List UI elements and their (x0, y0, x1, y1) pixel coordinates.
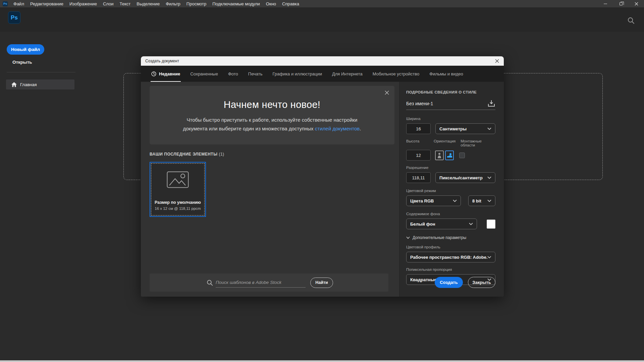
artboards-checkbox[interactable] (459, 153, 465, 158)
height-input[interactable] (406, 150, 431, 161)
resolution-units-dropdown[interactable]: Пикселы/сантиметр (435, 172, 495, 183)
artboards-label: Монтажные области (461, 139, 495, 147)
image-placeholder-icon (167, 171, 189, 188)
tab-web[interactable]: Для Интернета (327, 66, 368, 82)
hero-desc-suffix: . (360, 126, 361, 131)
units-dropdown[interactable]: Сантиметры (435, 123, 495, 134)
dialog-titlebar: Создать документ (141, 56, 504, 66)
search-icon[interactable] (627, 17, 635, 24)
sidebar-home-label: Главная (20, 82, 37, 87)
width-input[interactable] (406, 123, 431, 134)
orientation-portrait-button[interactable] (435, 150, 444, 160)
background-dropdown[interactable]: Белый фон (406, 219, 477, 229)
close-icon (495, 59, 499, 63)
color-mode-label: Цветовой режим (406, 189, 495, 193)
restore-button[interactable] (613, 0, 629, 7)
recent-template-card[interactable]: Размер по умолчанию 16 x 12 см @ 118,11 … (150, 162, 206, 217)
hero-panel: Начнем нечто новое! Чтобы быстро приступ… (150, 86, 394, 144)
chevron-down-icon (406, 236, 410, 239)
menu-filter[interactable]: Фильтр (163, 0, 183, 7)
background-label: Содержимое фона (406, 212, 495, 216)
window-controls (598, 0, 644, 7)
menu-help[interactable]: Справка (279, 0, 302, 7)
dialog-main: Начнем нечто новое! Чтобы быстро приступ… (141, 82, 399, 297)
tab-label: Мобильное устройство (373, 71, 420, 76)
restore-icon (620, 2, 623, 5)
new-document-dialog: Создать документ Недавние Сохраненные Фо… (141, 56, 504, 297)
pixel-aspect-label: Попиксельная пропорция (406, 267, 495, 272)
units-value: Сантиметры (439, 126, 467, 131)
tab-print[interactable]: Печать (243, 66, 268, 82)
close-icon[interactable] (385, 90, 389, 95)
menu-edit[interactable]: Редактирование (27, 0, 66, 7)
background-color-swatch[interactable] (487, 220, 495, 229)
height-label: Высота (406, 139, 434, 147)
document-name-row (406, 100, 495, 110)
resolution-units-value: Пикселы/сантиметр (439, 175, 483, 180)
menu-plugins[interactable]: Подключаемые модули (209, 0, 263, 7)
tab-art-illustration[interactable]: Графика и иллюстрации (267, 66, 327, 82)
bit-depth-dropdown[interactable]: 8 bit (468, 195, 495, 206)
color-profile-label: Цветовой профиль (406, 245, 495, 249)
hero-desc-line1: Чтобы быстро приступить к работе, исполь… (187, 117, 358, 123)
tab-photo[interactable]: Фото (223, 66, 243, 82)
app-header: Ps (0, 7, 644, 32)
document-name-input[interactable] (406, 101, 487, 106)
resolution-input[interactable] (406, 172, 431, 183)
background-value: Белый фон (410, 222, 435, 227)
color-mode-dropdown[interactable]: Цвета RGB (406, 195, 461, 206)
find-button[interactable]: Найти (310, 278, 333, 288)
color-profile-dropdown[interactable]: Рабочее пространство RGB: Adobe... (406, 252, 495, 262)
advanced-options-toggle[interactable]: Дополнительные параметры (406, 235, 495, 240)
tab-recent[interactable]: Недавние (146, 66, 185, 82)
orientation-landscape-button[interactable] (445, 150, 454, 160)
menu-image[interactable]: Изображение (66, 0, 100, 7)
close-window-button[interactable] (629, 0, 644, 7)
recent-items-heading: ВАШИ ПОСЛЕДНИЕ ЭЛЕМЕНТЫ(1) (150, 152, 399, 157)
close-icon (635, 2, 638, 6)
horizontal-scrollbar[interactable] (0, 360, 644, 362)
stock-search-bar: Найти (150, 274, 388, 292)
create-button[interactable]: Создать (435, 277, 463, 288)
hero-description: Чтобы быстро приступить к работе, исполь… (150, 116, 394, 133)
menu-select[interactable]: Выделение (133, 0, 163, 7)
close-button[interactable]: Закрыть (468, 277, 495, 288)
menu-window[interactable]: Окно (263, 0, 279, 7)
card-title: Размер по умолчанию (150, 200, 205, 205)
width-label: Ширина (406, 117, 495, 121)
color-profile-value: Рабочее пространство RGB: Adobe... (410, 255, 487, 260)
sidebar-divider (7, 72, 75, 72)
minimize-button[interactable] (598, 0, 613, 7)
tab-saved[interactable]: Сохраненные (185, 66, 223, 82)
hero-title: Начнем нечто новое! (150, 86, 394, 110)
hero-desc-line2: документа или выберите один из множества… (183, 126, 315, 131)
recent-items-label: ВАШИ ПОСЛЕДНИЕ ЭЛЕМЕНТЫ (150, 152, 217, 157)
menu-view[interactable]: Просмотр (183, 0, 209, 7)
menu-layers[interactable]: Слои (100, 0, 117, 7)
clock-icon (151, 71, 156, 76)
recent-items-count: (1) (219, 152, 224, 157)
photoshop-app-icon[interactable]: Ps (3, 1, 8, 6)
save-preset-icon[interactable] (487, 100, 495, 107)
photoshop-logo: Ps (8, 11, 20, 24)
portrait-icon (437, 153, 442, 158)
document-presets-link[interactable]: стилей документов (315, 126, 360, 131)
preset-details-panel: ПОДРОБНЫЕ СВЕДЕНИЯ О СТИЛЕ Ширина Сантим… (399, 82, 504, 297)
sidebar-item-home[interactable]: Главная (6, 79, 74, 89)
new-file-button[interactable]: Новый файл (7, 44, 44, 55)
chevron-down-icon (487, 199, 491, 202)
dialog-body: Начнем нечто новое! Чтобы быстро приступ… (141, 82, 504, 297)
stock-search-input[interactable] (216, 278, 306, 288)
open-button[interactable]: Открыть (12, 60, 32, 65)
dialog-close-button[interactable] (490, 56, 504, 66)
color-mode-value: Цвета RGB (410, 198, 434, 203)
menu-file[interactable]: Файл (10, 0, 27, 7)
landscape-icon (447, 153, 452, 158)
chevron-down-icon (487, 127, 491, 130)
tab-mobile[interactable]: Мобильное устройство (368, 66, 425, 82)
advanced-options-label: Дополнительные параметры (413, 235, 466, 240)
menu-text[interactable]: Текст (117, 0, 134, 7)
photoshop-window: Ps Файл Редактирование Изображение Слои … (0, 0, 644, 362)
tab-film-video[interactable]: Фильмы и видео (424, 66, 468, 82)
chevron-down-icon (453, 199, 457, 202)
